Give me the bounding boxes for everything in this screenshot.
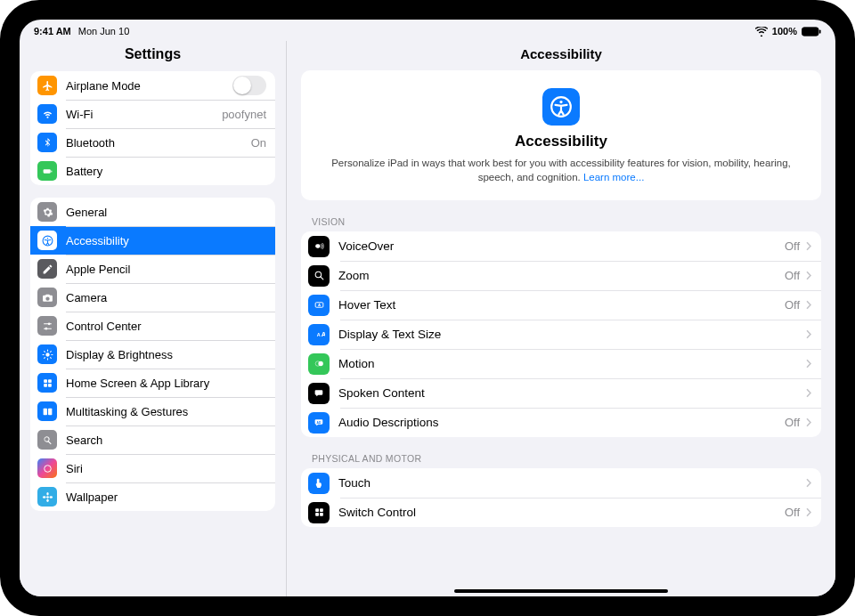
setting-row-label: Touch <box>338 476 800 490</box>
svg-text:AD: AD <box>316 421 321 425</box>
gear-icon <box>37 202 57 222</box>
sidebar-item-wallpaper[interactable]: Wallpaper <box>30 482 275 511</box>
setting-row-hover-text[interactable]: AHover TextOff <box>301 290 821 320</box>
svg-text:A: A <box>321 330 324 338</box>
chevron-right-icon <box>805 300 812 310</box>
setting-row-label: Motion <box>338 357 800 370</box>
sidebar-item-label: Wi-Fi <box>66 108 216 121</box>
sidebar-item-camera[interactable]: Camera <box>30 283 275 312</box>
screen: 9:41 AM Mon Jun 10 100% Settings Airplan… <box>20 20 835 596</box>
settings-sidebar: Settings Airplane ModeWi-FipoofynetBluet… <box>20 41 287 596</box>
grid-icon <box>37 373 57 393</box>
sidebar-item-apple-pencil[interactable]: Apple Pencil <box>30 255 275 283</box>
sidebar-item-general[interactable]: General <box>30 198 275 226</box>
section-header: Physical and Motor <box>301 450 821 468</box>
setting-row-touch[interactable]: Touch <box>301 468 821 498</box>
textsize-icon: AA <box>308 324 330 345</box>
camera-icon <box>37 288 57 307</box>
svg-rect-12 <box>48 384 52 387</box>
setting-row-label: Zoom <box>338 269 779 282</box>
touch-icon <box>308 473 330 494</box>
sidebar-item-label: General <box>66 206 266 219</box>
switch-control-icon <box>308 502 330 523</box>
rectangles-icon <box>37 401 57 421</box>
svg-point-7 <box>45 327 47 329</box>
setting-row-voiceover[interactable]: VoiceOverOff <box>301 231 821 261</box>
svg-point-19 <box>42 496 45 498</box>
svg-point-16 <box>46 496 49 498</box>
sidebar-item-label: Search <box>66 434 266 447</box>
svg-rect-2 <box>43 169 50 173</box>
sidebar-item-label: Camera <box>66 291 266 304</box>
wifi-icon <box>755 27 768 36</box>
sidebar-item-search[interactable]: Search <box>30 426 275 454</box>
hero-description: Personalize iPad in ways that work best … <box>326 156 796 184</box>
svg-text:A: A <box>317 303 321 307</box>
siri-icon <box>37 458 57 478</box>
section-header: Vision <box>301 213 821 231</box>
sidebar-group: Airplane ModeWi-FipoofynetBluetoothOnBat… <box>30 71 275 185</box>
sidebar-item-value: On <box>251 136 266 150</box>
sidebar-item-label: Wallpaper <box>66 490 266 504</box>
setting-row-display-text-size[interactable]: AADisplay & Text Size <box>301 320 821 349</box>
setting-row-label: Audio Descriptions <box>338 416 779 429</box>
motion-icon <box>308 353 330 375</box>
sidebar-item-airplane-mode[interactable]: Airplane Mode <box>30 71 275 100</box>
status-date: Mon Jun 10 <box>78 26 129 36</box>
accessibility-icon <box>37 231 57 250</box>
svg-rect-34 <box>315 513 319 516</box>
chevron-right-icon <box>805 241 812 251</box>
svg-point-18 <box>46 498 48 501</box>
airplane-icon <box>37 76 57 95</box>
svg-point-20 <box>49 496 52 498</box>
setting-row-audio-descriptions[interactable]: ADAudio DescriptionsOff <box>301 408 821 437</box>
audio-desc-icon: AD <box>308 412 330 434</box>
sidebar-item-value: poofynet <box>222 108 266 121</box>
svg-rect-13 <box>43 408 46 415</box>
chevron-right-icon <box>805 329 812 339</box>
setting-row-value: Off <box>785 506 800 519</box>
airplane-mode-switch[interactable] <box>232 76 266 95</box>
sun-icon <box>37 344 57 364</box>
sidebar-item-label: Accessibility <box>66 234 266 247</box>
svg-text:A: A <box>316 332 320 337</box>
setting-row-motion[interactable]: Motion <box>301 349 821 378</box>
hero-title: Accessibility <box>326 133 796 150</box>
hover-icon: A <box>308 295 330 316</box>
sidebar-item-battery[interactable]: Battery <box>30 157 275 185</box>
svg-rect-35 <box>320 513 323 516</box>
sidebar-item-multitasking-gestures[interactable]: Multitasking & Gestures <box>30 397 275 426</box>
sidebar-item-label: Siri <box>66 462 266 475</box>
learn-more-link[interactable]: Learn more... <box>583 172 644 182</box>
sidebar-item-bluetooth[interactable]: BluetoothOn <box>30 128 275 157</box>
sidebar-item-label: Home Screen & App Library <box>66 377 266 390</box>
sidebar-item-control-center[interactable]: Control Center <box>30 312 275 340</box>
svg-point-17 <box>46 491 48 494</box>
svg-point-6 <box>47 322 50 325</box>
sidebar-item-label: Control Center <box>66 320 266 333</box>
bluetooth-icon <box>37 133 57 152</box>
setting-row-spoken-content[interactable]: Spoken Content <box>301 378 821 408</box>
setting-row-value: Off <box>785 416 800 429</box>
svg-rect-0 <box>802 27 818 35</box>
sidebar-item-siri[interactable]: Siri <box>30 454 275 482</box>
sidebar-group: GeneralAccessibilityApple PencilCameraCo… <box>30 198 275 511</box>
home-indicator[interactable] <box>454 589 668 593</box>
sidebar-item-wifi[interactable]: Wi-Fipoofynet <box>30 100 275 128</box>
sidebar-item-accessibility[interactable]: Accessibility <box>30 226 275 255</box>
sidebar-item-label: Apple Pencil <box>66 263 266 276</box>
sidebar-item-label: Battery <box>66 165 266 178</box>
speech-icon <box>308 383 330 404</box>
setting-row-zoom[interactable]: ZoomOff <box>301 261 821 290</box>
hero-desc-text: Personalize iPad in ways that work best … <box>331 158 791 182</box>
setting-row-value: Off <box>785 269 800 282</box>
sidebar-item-home-screen-app-library[interactable]: Home Screen & App Library <box>30 369 275 397</box>
setting-row-switch-control[interactable]: Switch ControlOff <box>301 498 821 527</box>
zoom-icon <box>308 265 330 287</box>
pencil-icon <box>37 259 57 279</box>
svg-rect-3 <box>51 170 52 172</box>
sidebar-item-label: Bluetooth <box>66 136 246 150</box>
setting-row-value: Off <box>785 298 800 312</box>
sidebar-item-display-brightness[interactable]: Display & Brightness <box>30 340 275 369</box>
flower-icon <box>37 487 57 507</box>
